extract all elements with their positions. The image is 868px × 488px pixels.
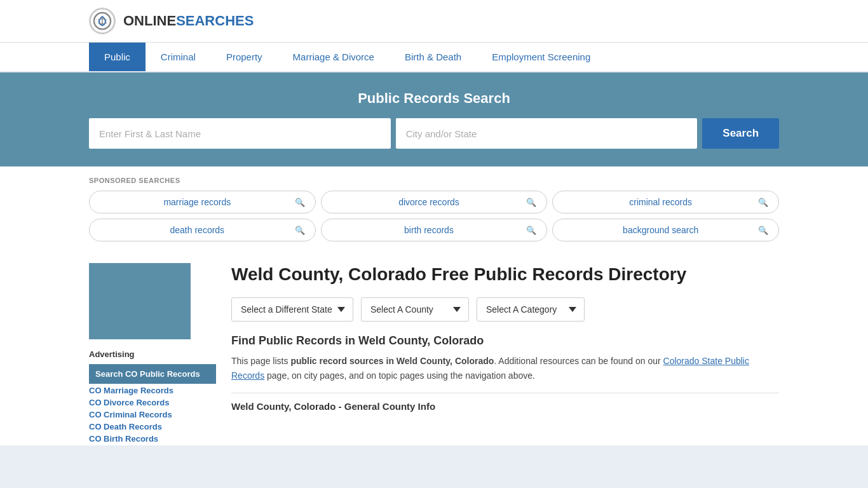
search-icon-3: 🔍 [295, 226, 305, 235]
search-icon-4: 🔍 [526, 226, 536, 235]
sponsored-section: SPONSORED SEARCHES marriage records 🔍 di… [89, 177, 779, 241]
sponsored-background[interactable]: background search 🔍 [552, 219, 779, 241]
logo-text: ONLINESEARCHES [123, 13, 254, 29]
sponsored-birth-link[interactable]: birth records [332, 225, 527, 235]
sidebar-link-birth[interactable]: CO Birth Records [89, 433, 216, 444]
find-text: This page lists public record sources in… [231, 354, 779, 383]
nav-employment[interactable]: Employment Screening [477, 43, 606, 71]
section-divider [231, 393, 779, 393]
sponsored-criminal[interactable]: criminal records 🔍 [552, 191, 779, 214]
search-icon-1: 🔍 [526, 198, 536, 207]
county-image [89, 263, 191, 339]
sponsored-divorce-link[interactable]: divorce records [332, 197, 527, 207]
weld-info-title: Weld County, Colorado - General County I… [231, 401, 779, 412]
nav-property[interactable]: Property [211, 43, 278, 71]
nav-criminal[interactable]: Criminal [146, 43, 211, 71]
logo-icon [89, 8, 116, 34]
dropdowns: Select a Different State Select A County… [231, 297, 779, 322]
sponsored-marriage[interactable]: marriage records 🔍 [89, 191, 316, 214]
sponsored-death-link[interactable]: death records [100, 225, 295, 235]
page-title: Weld County, Colorado Free Public Record… [231, 263, 779, 286]
sidebar-ad-link[interactable]: Search CO Public Records [95, 369, 210, 379]
sponsored-divorce[interactable]: divorce records 🔍 [321, 191, 548, 214]
search-banner-title: Public Records Search [89, 90, 779, 107]
advertising-label: Advertising [89, 349, 216, 359]
search-icon-2: 🔍 [758, 198, 768, 207]
sidebar-link-criminal[interactable]: CO Criminal Records [89, 409, 216, 419]
nav-public[interactable]: Public [89, 43, 146, 71]
sponsored-criminal-link[interactable]: criminal records [563, 197, 758, 207]
search-form: Search [89, 118, 779, 149]
nav-marriage-divorce[interactable]: Marriage & Divorce [278, 43, 390, 71]
sidebar: Advertising Search CO Public Records CO … [89, 263, 216, 445]
nav-birth-death[interactable]: Birth & Death [390, 43, 477, 71]
header: ONLINESEARCHES [0, 0, 868, 43]
county-dropdown[interactable]: Select A County [361, 297, 469, 322]
sidebar-link-death[interactable]: CO Death Records [89, 421, 216, 431]
category-dropdown[interactable]: Select A Category [477, 297, 585, 322]
sponsored-death[interactable]: death records 🔍 [89, 219, 316, 241]
sponsored-background-link[interactable]: background search [563, 225, 758, 235]
sponsored-birth[interactable]: birth records 🔍 [321, 219, 548, 241]
search-icon-5: 🔍 [758, 226, 768, 235]
search-button[interactable]: Search [702, 118, 779, 149]
name-input[interactable] [89, 118, 391, 149]
sponsored-marriage-link[interactable]: marriage records [100, 197, 295, 207]
sponsored-label: SPONSORED SEARCHES [89, 177, 779, 184]
search-icon-0: 🔍 [295, 198, 305, 207]
content-section: Advertising Search CO Public Records CO … [89, 257, 779, 445]
location-input[interactable] [396, 118, 698, 149]
search-banner: Public Records Search Search [0, 72, 868, 166]
find-title: Find Public Records in Weld County, Colo… [231, 334, 779, 348]
main-area: SPONSORED SEARCHES marriage records 🔍 di… [0, 166, 868, 445]
sidebar-ad-active[interactable]: Search CO Public Records [89, 364, 216, 384]
sponsored-grid: marriage records 🔍 divorce records 🔍 cri… [89, 191, 779, 241]
sidebar-link-marriage[interactable]: CO Marriage Records [89, 385, 216, 395]
main-nav: Public Criminal Property Marriage & Divo… [0, 43, 868, 72]
state-dropdown[interactable]: Select a Different State [231, 297, 353, 322]
sidebar-link-divorce[interactable]: CO Divorce Records [89, 397, 216, 407]
main-content: Weld County, Colorado Free Public Record… [231, 263, 779, 445]
